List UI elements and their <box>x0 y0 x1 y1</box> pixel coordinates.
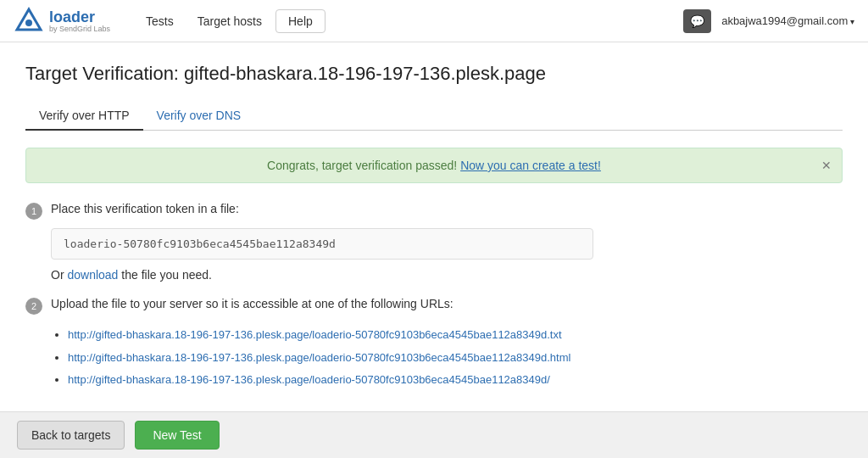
navbar: loader by SendGrid Labs Tests Target hos… <box>0 0 868 42</box>
nav-tests[interactable]: Tests <box>136 9 184 33</box>
download-suffix: the file you need. <box>118 268 212 282</box>
step2-label: Upload the file to your server so it is … <box>51 297 453 310</box>
close-banner-button[interactable]: ✕ <box>821 159 832 172</box>
main-content: Target Verification: gifted-bhaskara.18-… <box>0 42 868 458</box>
url-list: http://gifted-bhaskara.18-196-197-136.pl… <box>68 323 843 391</box>
download-link[interactable]: download <box>67 268 118 282</box>
step1-section: 1 Place this verification token in a fil… <box>25 202 843 282</box>
logo-text: loader by SendGrid Labs <box>49 9 110 33</box>
step2-section: 2 Upload the file to your server so it i… <box>25 297 843 391</box>
tab-verify-dns[interactable]: Verify over DNS <box>143 102 255 131</box>
download-prefix: Or <box>51 268 67 282</box>
download-line: Or download the file you need. <box>51 268 843 282</box>
success-static-text: Congrats, target verification passed! <box>267 159 460 172</box>
logo-name: loader <box>49 9 110 25</box>
logo-icon <box>14 6 44 36</box>
step1-header: 1 Place this verification token in a fil… <box>25 202 843 220</box>
list-item: http://gifted-bhaskara.18-196-197-136.pl… <box>68 346 843 369</box>
step1-label: Place this verification token in a file: <box>51 202 239 215</box>
footer-buttons: Back to targets New Test <box>0 411 868 458</box>
url-link-2[interactable]: http://gifted-bhaskara.18-196-197-136.pl… <box>68 351 570 364</box>
success-text: Congrats, target verification passed! No… <box>267 159 601 172</box>
back-to-targets-button[interactable]: Back to targets <box>17 421 125 450</box>
page-title: Target Verification: gifted-bhaskara.18-… <box>25 63 843 85</box>
nav-help-button[interactable]: Help <box>275 9 326 33</box>
user-email[interactable]: akbajwa1994@gmail.com <box>721 14 854 27</box>
chat-icon-button[interactable]: 💬 <box>683 9 711 33</box>
success-banner: Congrats, target verification passed! No… <box>25 148 843 183</box>
success-link-text[interactable]: Now you can create a test! <box>460 159 601 172</box>
svg-point-1 <box>25 20 32 26</box>
new-test-button[interactable]: New Test <box>135 421 219 450</box>
url-link-1[interactable]: http://gifted-bhaskara.18-196-197-136.pl… <box>68 328 562 341</box>
logo-sub: by SendGrid Labs <box>49 25 110 33</box>
tab-verify-http[interactable]: Verify over HTTP <box>25 102 143 131</box>
list-item: http://gifted-bhaskara.18-196-197-136.pl… <box>68 323 843 346</box>
navbar-right: 💬 akbajwa1994@gmail.com <box>683 9 854 33</box>
step2-header: 2 Upload the file to your server so it i… <box>25 297 843 315</box>
nav-target-hosts[interactable]: Target hosts <box>187 9 272 33</box>
tabs: Verify over HTTP Verify over DNS <box>25 102 843 131</box>
logo: loader by SendGrid Labs <box>14 6 110 36</box>
nav-links: Tests Target hosts Help <box>136 9 326 33</box>
url-link-3[interactable]: http://gifted-bhaskara.18-196-197-136.pl… <box>68 373 550 386</box>
step1-number: 1 <box>25 203 42 220</box>
step2-number: 2 <box>25 298 42 315</box>
token-box[interactable]: loaderio-50780fc9103b6eca4545bae112a8349… <box>51 228 593 260</box>
list-item: http://gifted-bhaskara.18-196-197-136.pl… <box>68 368 843 391</box>
